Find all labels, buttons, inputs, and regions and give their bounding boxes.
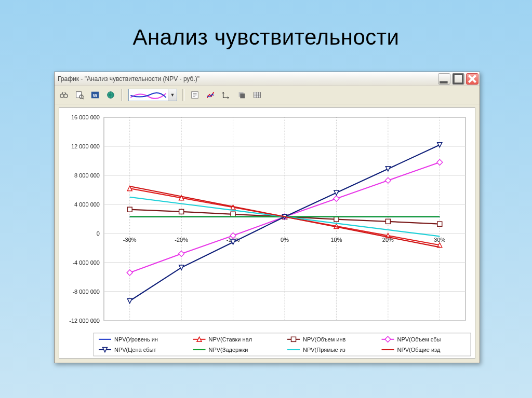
svg-rect-1 [454,74,463,84]
svg-rect-0 [440,81,447,83]
chart-window: График - "Анализ чувствительности (NPV -… [54,72,480,363]
svg-text:-8 000 000: -8 000 000 [72,289,100,295]
toolbar: W ▼ [55,86,480,104]
svg-text:12 000 000: 12 000 000 [71,143,100,149]
trend-icon[interactable] [205,90,216,100]
grid-table-icon[interactable] [252,90,262,100]
svg-rect-49 [385,219,390,224]
svg-text:NPV(Объем сбы: NPV(Объем сбы [397,336,441,342]
slide-title: Анализ чувствительности [0,0,532,62]
line-style-dropdown[interactable]: ▼ [128,89,177,101]
svg-text:NPV(Цена сбыт: NPV(Цена сбыт [114,347,156,353]
svg-text:4 000 000: 4 000 000 [74,201,100,208]
svg-text:0%: 0% [281,237,289,243]
axes-icon[interactable] [221,90,231,100]
svg-text:16 000 000: 16 000 000 [71,114,100,120]
maximize-button[interactable] [452,73,464,85]
svg-text:W: W [93,93,98,98]
svg-text:NPV(Объем инв: NPV(Объем инв [303,336,346,342]
print-preview-icon[interactable] [74,90,85,100]
close-button[interactable] [466,73,478,85]
toolbar-separator [121,89,123,101]
svg-text:-30%: -30% [123,237,137,243]
svg-text:NPV(Задержки: NPV(Задержки [209,347,248,353]
svg-rect-45 [179,209,184,214]
plot-area: -12 000 000-8 000 000-4 000 00004 000 00… [59,107,475,359]
svg-text:NPV(Ставки нал: NPV(Ставки нал [209,336,252,342]
svg-text:30%: 30% [434,237,445,243]
toolbar-separator [182,89,184,101]
svg-rect-48 [334,217,339,222]
svg-rect-57 [291,337,296,341]
svg-rect-11 [240,93,245,98]
svg-rect-50 [437,222,442,226]
svg-point-2 [60,94,64,98]
svg-text:NPV(Общие изд: NPV(Общие изд [397,347,441,353]
svg-text:-12 000 000: -12 000 000 [69,318,100,324]
properties-icon[interactable] [190,90,200,100]
chevron-down-icon: ▼ [168,89,177,101]
svg-text:0: 0 [97,230,100,237]
globe-icon[interactable] [105,90,116,100]
binoculars-icon[interactable] [59,90,69,100]
svg-rect-44 [127,207,132,212]
minimize-button[interactable] [438,73,450,85]
svg-rect-12 [254,92,261,98]
svg-text:NPV(Уровень ин: NPV(Уровень ин [114,336,158,342]
shadow-icon[interactable] [236,90,247,100]
svg-text:-4 000 000: -4 000 000 [72,259,100,266]
svg-rect-46 [231,212,235,216]
svg-text:NPV(Прямые из: NPV(Прямые из [303,347,345,353]
svg-point-3 [64,94,68,98]
svg-text:-20%: -20% [175,237,188,243]
window-title: График - "Анализ чувствительности (NPV -… [58,75,438,83]
titlebar: График - "Анализ чувствительности (NPV -… [55,72,480,86]
sensitivity-chart: -12 000 000-8 000 000-4 000 00004 000 00… [59,108,475,358]
svg-rect-4 [76,92,82,98]
svg-text:8 000 000: 8 000 000 [74,172,100,179]
svg-text:10%: 10% [330,237,342,243]
word-icon[interactable]: W [90,90,100,100]
